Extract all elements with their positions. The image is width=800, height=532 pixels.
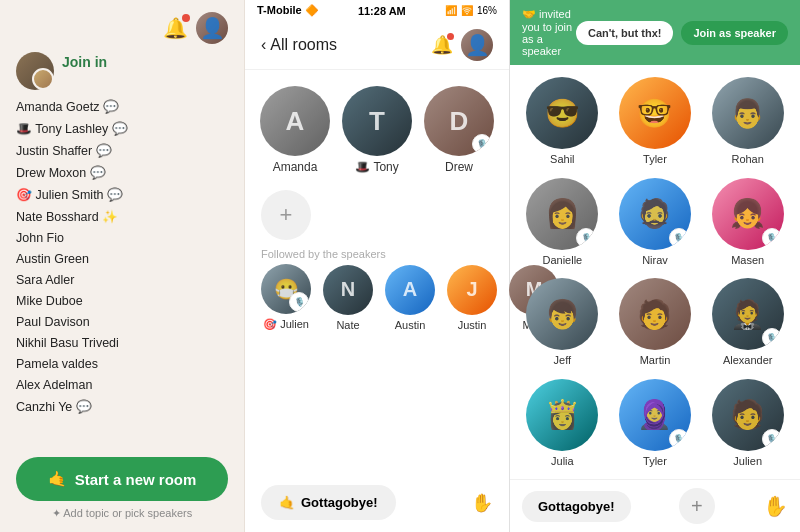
right-speaker-name-label: Rohan xyxy=(731,153,763,165)
right-speaker-name-label: Julia xyxy=(551,455,574,467)
right-speaker-face: 👸 xyxy=(526,379,598,451)
panel-middle: T-Mobile 🔶 11:28 AM 📶 🛜 16% ‹ All rooms … xyxy=(245,0,510,532)
add-topic-text[interactable]: ✦ Add topic or pick speakers xyxy=(16,507,228,520)
right-bottom-row: Gottagobye! + ✋ xyxy=(510,479,800,532)
raise-hand-icon-right[interactable]: ✋ xyxy=(763,494,788,518)
right-speaker-face: 😎 xyxy=(526,77,598,149)
carrier-label: T-Mobile 🔶 xyxy=(257,4,319,17)
avatar-face: 👤 xyxy=(196,12,228,44)
user-avatar[interactable]: 👤 xyxy=(196,12,228,44)
main-speaker-item[interactable]: AAmanda xyxy=(260,86,330,174)
gottagobye-button-middle[interactable]: 🤙 Gottagobye! xyxy=(261,485,396,520)
header-icons: 🔔 👤 xyxy=(431,29,493,61)
mic-off-badge: 🎙️ xyxy=(762,429,782,449)
right-speaker-avatar: 😎 xyxy=(526,77,598,149)
mic-off-badge: 🎙️ xyxy=(289,292,309,312)
right-speaker-avatar: 👦 xyxy=(526,278,598,350)
user-list-item[interactable]: Justin Shaffer 💬 xyxy=(16,140,228,161)
right-speaker-item[interactable]: 👨Rohan xyxy=(707,77,788,166)
user-list-item[interactable]: 🎯 Julien Smith 💬 xyxy=(16,184,228,205)
speaker-avatar: D🎙️ xyxy=(424,86,494,156)
wifi-icon: 🛜 xyxy=(461,5,473,16)
right-speaker-item[interactable]: 👦Jeff xyxy=(522,278,603,367)
start-room-emoji: 🤙 xyxy=(48,470,67,488)
right-speaker-name-label: Tyler xyxy=(643,455,667,467)
right-speaker-item[interactable]: 👧🎙️Masen xyxy=(707,178,788,267)
right-speaker-item[interactable]: 🧑Martin xyxy=(615,278,696,367)
right-speaker-item[interactable]: 👸Julia xyxy=(522,379,603,468)
add-person-button-right[interactable]: + xyxy=(679,488,715,524)
listener-name-label: Justin xyxy=(458,319,487,331)
start-new-room-button[interactable]: 🤙 Start a new room xyxy=(16,457,228,501)
right-speaker-face: 👦 xyxy=(526,278,598,350)
user-list-item[interactable]: Pamela valdes xyxy=(16,354,228,374)
followed-listener-item[interactable]: NNate xyxy=(323,265,373,331)
cant-button[interactable]: Can't, but thx! xyxy=(576,21,674,45)
listeners-row: + xyxy=(245,190,509,240)
right-speaker-item[interactable]: 🤓Tyler xyxy=(615,77,696,166)
right-speaker-item[interactable]: 😎Sahil xyxy=(522,77,603,166)
right-speaker-name-label: Jeff xyxy=(554,354,572,366)
invite-actions: Can't, but thx! Join as speaker xyxy=(576,21,788,45)
right-speaker-item[interactable]: 🧕🎙️Tyler xyxy=(615,379,696,468)
right-speaker-avatar: 👩🎙️ xyxy=(526,178,598,250)
user-list-item[interactable]: Alex Adelman xyxy=(16,375,228,395)
time-label: 11:28 AM xyxy=(358,5,406,17)
listener-name-label: Austin xyxy=(395,319,426,331)
mic-off-badge: 🎙️ xyxy=(472,134,492,154)
right-speaker-item[interactable]: 👩🎙️Danielle xyxy=(522,178,603,267)
main-speaker-item[interactable]: D🎙️Drew xyxy=(424,86,494,174)
right-speaker-item[interactable]: 🧑🎙️Julien xyxy=(707,379,788,468)
notif-dot-middle xyxy=(447,33,454,40)
user-list-item[interactable]: Paul Davison xyxy=(16,312,228,332)
user-list-item[interactable]: Austin Green xyxy=(16,249,228,269)
add-listener-item[interactable]: + xyxy=(261,190,311,240)
gottagobye-emoji-middle: 🤙 xyxy=(279,495,295,510)
right-top-bar: 🤝 invited you to join as a speaker Can't… xyxy=(510,0,800,65)
user-list-item[interactable]: Mike Duboe xyxy=(16,291,228,311)
right-speaker-name-label: Masen xyxy=(731,254,764,266)
right-speaker-face: 👨 xyxy=(712,77,784,149)
middle-user-avatar[interactable]: 👤 xyxy=(461,29,493,61)
followed-listener-item[interactable]: JJustin xyxy=(447,265,497,331)
right-speaker-avatar: 👨 xyxy=(712,77,784,149)
bell-icon[interactable]: 🔔 xyxy=(163,16,188,40)
signal-icon: 📶 xyxy=(445,5,457,16)
right-speaker-avatar: 🧑🎙️ xyxy=(712,379,784,451)
user-list-item[interactable]: 🎩 Tony Lashley 💬 xyxy=(16,118,228,139)
mic-off-badge: 🎙️ xyxy=(669,228,689,248)
raise-hand-icon-middle[interactable]: ✋ xyxy=(471,492,493,514)
user-list-item[interactable]: Canzhi Ye 💬 xyxy=(16,396,228,417)
user-list: Amanda Goetz 💬🎩 Tony Lashley 💬Justin Sha… xyxy=(16,96,228,445)
listener-name-label: Nate xyxy=(336,319,359,331)
add-circle-icon: + xyxy=(261,190,311,240)
listener-avatar: A xyxy=(385,265,435,315)
right-speaker-avatar: 🧕🎙️ xyxy=(619,379,691,451)
gottagobye-button-right[interactable]: Gottagobye! xyxy=(522,491,631,522)
right-speaker-face: 🧑 xyxy=(619,278,691,350)
back-button[interactable]: ‹ All rooms xyxy=(261,36,337,54)
right-speaker-item[interactable]: 🤵🎙️Alexander xyxy=(707,278,788,367)
listener-avatar: 😷🎙️ xyxy=(261,264,311,314)
followed-listener-item[interactable]: AAustin xyxy=(385,265,435,331)
main-speaker-item[interactable]: T🎩 Tony xyxy=(342,86,412,174)
right-speaker-name-label: Martin xyxy=(640,354,671,366)
user-list-item[interactable]: Drew Moxon 💬 xyxy=(16,162,228,183)
bell-icon-middle[interactable]: 🔔 xyxy=(431,34,453,56)
join-speaker-button[interactable]: Join as speaker xyxy=(681,21,788,45)
user-list-item[interactable]: Nikhil Basu Trivedi xyxy=(16,333,228,353)
right-speaker-avatar: 🤓 xyxy=(619,77,691,149)
mic-off-badge: 🎙️ xyxy=(669,429,689,449)
user-list-item[interactable]: Nate Bosshard ✨ xyxy=(16,206,228,227)
speaker-avatar: T xyxy=(342,86,412,156)
followed-speaker-item[interactable]: 😷🎙️🎯 Julien xyxy=(261,264,311,331)
user-list-item[interactable]: Sara Adler xyxy=(16,270,228,290)
join-in-avatar-small xyxy=(32,68,54,90)
gottagobye-label-middle: Gottagobye! xyxy=(301,495,378,510)
user-list-item[interactable]: John Fio xyxy=(16,228,228,248)
right-speaker-item[interactable]: 🧔🎙️Nirav xyxy=(615,178,696,267)
status-bar: T-Mobile 🔶 11:28 AM 📶 🛜 16% xyxy=(245,0,509,21)
listener-avatar: J xyxy=(447,265,497,315)
middle-header: ‹ All rooms 🔔 👤 xyxy=(245,21,509,70)
user-list-item[interactable]: Amanda Goetz 💬 xyxy=(16,96,228,117)
